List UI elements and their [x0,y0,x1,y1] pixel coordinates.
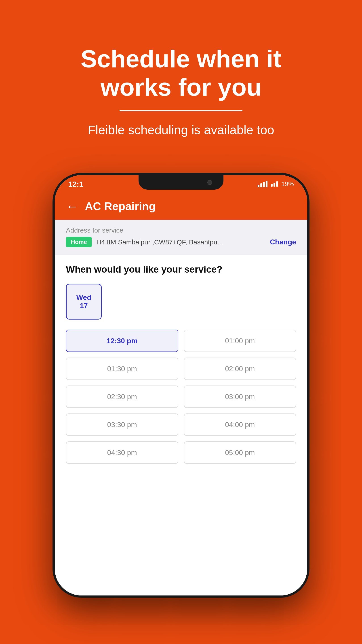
date-day-label: Wed [76,294,91,302]
address-row: Home H4,IIM Sambalpur ,CW87+QF, Basantpu… [66,237,296,247]
address-section: Address for service Home H4,IIM Sambalpu… [55,220,307,255]
address-text: H4,IIM Sambalpur ,CW87+QF, Basantpu... [96,238,223,246]
back-button[interactable]: ← [66,199,78,214]
phone-frame: 12:1 19% [52,173,310,598]
signal-icon [258,181,268,188]
change-address-button[interactable]: Change [270,238,296,246]
date-num-label: 17 [80,302,88,310]
wifi-bar-2 [274,183,275,187]
phone-notch [139,175,223,190]
battery-icon: 19% [281,180,294,188]
time-slot-0130[interactable]: 01:30 pm [66,358,178,380]
hero-subtitle: Fleible scheduling is available too [88,122,274,137]
wifi-icon [271,181,278,187]
schedule-section: When would you like your service? Wed 17… [55,255,307,596]
time-slot-0500[interactable]: 05:00 pm [184,442,296,464]
schedule-question: When would you like your service? [66,264,296,275]
signal-bar-3 [263,182,265,188]
hero-title: Schedule when it works for you [47,45,315,101]
hero-divider [120,110,242,111]
nav-bar: ← AC Repairing [55,193,307,220]
camera-icon [207,180,212,185]
signal-bar-1 [258,185,259,188]
time-slot-0400[interactable]: 04:00 pm [184,414,296,436]
phone-mockup: 12:1 19% [52,173,310,598]
time-slot-1230[interactable]: 12:30 pm [66,330,178,352]
battery-percentage: 19% [281,180,294,188]
time-slot-0430[interactable]: 04:30 pm [66,442,178,464]
time-slot-0330[interactable]: 03:30 pm [66,414,178,436]
address-left: Home H4,IIM Sambalpur ,CW87+QF, Basantpu… [66,237,223,247]
address-label: Address for service [66,226,296,234]
content-area: Address for service Home H4,IIM Sambalpu… [55,220,307,596]
wifi-bar-3 [276,181,278,187]
time-slot-0230[interactable]: 02:30 pm [66,386,178,408]
time-slot-0100[interactable]: 01:00 pm [184,330,296,352]
hero-section: Schedule when it works for you Fleible s… [0,0,362,155]
home-badge: Home [66,237,92,247]
time-slot-0300[interactable]: 03:00 pm [184,386,296,408]
signal-bar-4 [266,181,268,188]
page-title: AC Repairing [85,200,156,213]
date-selector: Wed 17 [66,284,296,320]
date-card-wed17[interactable]: Wed 17 [66,284,102,320]
status-icons: 19% [258,180,294,188]
signal-bar-2 [260,183,262,188]
status-time: 12:1 [68,180,83,188]
wifi-bar-1 [271,184,273,187]
time-slot-0200[interactable]: 02:00 pm [184,358,296,380]
phone-screen: 12:1 19% [55,175,307,596]
time-grid: 12:30 pm 01:00 pm 01:30 pm 02:00 pm 02:3 [66,330,296,464]
